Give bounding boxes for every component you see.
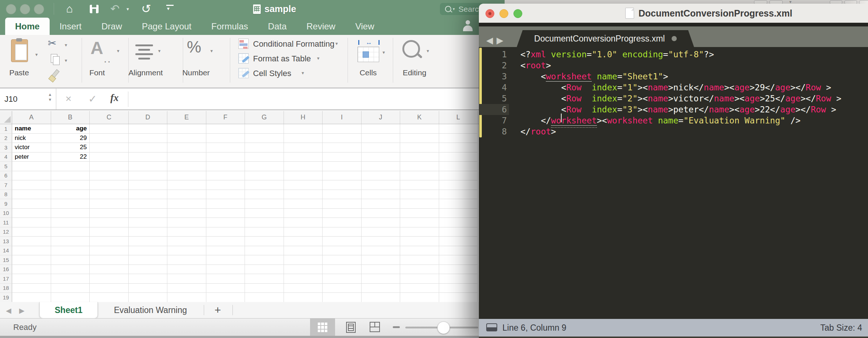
cell-H8[interactable] [284,190,323,199]
row-header-14[interactable]: 14 [0,246,12,256]
cell-K2[interactable] [400,134,439,143]
cell-K3[interactable] [400,143,439,152]
ribbon-tab-draw[interactable]: Draw [92,18,132,35]
cell-B10[interactable] [51,209,90,218]
cell-H15[interactable] [284,255,323,265]
cell-D8[interactable] [129,190,168,199]
cell-C10[interactable] [90,209,129,218]
file-tab[interactable]: DocumentConversionProgress.xml [517,30,694,47]
row-header-17[interactable]: 17 [0,274,12,284]
normal-view-icon[interactable] [318,323,327,332]
cell-E18[interactable] [167,284,206,293]
col-header-K[interactable]: K [400,111,439,124]
cell-B16[interactable] [51,265,90,274]
cell-G4[interactable] [245,152,284,162]
col-header-E[interactable]: E [167,111,206,124]
cell-L4[interactable] [439,152,478,162]
cell-A15[interactable] [12,255,51,265]
row-header-13[interactable]: 13 [0,237,12,246]
cell-J18[interactable] [362,284,401,293]
format-as-table-icon[interactable] [238,53,249,64]
cell-F1[interactable] [206,124,245,134]
cell-H12[interactable] [284,227,323,237]
col-header-A[interactable]: A [12,111,51,124]
cell-H7[interactable] [284,180,323,190]
cell-A12[interactable] [12,227,51,237]
nav-forward-icon[interactable]: ▶ [497,35,503,46]
cell-K6[interactable] [400,171,439,181]
cell-J17[interactable] [362,274,401,284]
cell-B2[interactable]: 29 [51,134,90,143]
cell-J8[interactable] [362,190,401,199]
row-header-12[interactable]: 12 [0,227,12,237]
cells-icon[interactable]: ↔ [357,40,379,64]
cell-I5[interactable] [323,162,362,171]
cell-C13[interactable] [90,237,129,246]
cell-G8[interactable] [245,190,284,199]
cut-icon[interactable]: ✂ [48,37,56,49]
cell-K9[interactable] [400,199,439,209]
code-line-1[interactable]: <?xml version="1.0" encoding="utf-8"?> [520,49,868,60]
panel-toggle-icon[interactable] [486,323,497,331]
cell-E6[interactable] [167,171,206,181]
cell-I10[interactable] [323,209,362,218]
cell-I18[interactable] [323,284,362,293]
col-header-L[interactable]: L [439,111,478,124]
cell-F5[interactable] [206,162,245,171]
cell-A17[interactable] [12,274,51,284]
row-header-1[interactable]: 1 [0,124,12,134]
cell-D16[interactable] [129,265,168,274]
cell-J7[interactable] [362,180,401,190]
formula-input[interactable] [129,89,483,109]
cell-E16[interactable] [167,265,206,274]
cell-C5[interactable] [90,162,129,171]
col-header-D[interactable]: D [129,111,168,124]
code-line-7[interactable]: </worksheet><worksheet name="Evaluation … [520,115,868,126]
cell-L17[interactable] [439,274,478,284]
code-line-5[interactable]: <Row index="2"><name>victor</name><age>2… [520,93,868,104]
cell-H13[interactable] [284,237,323,246]
cell-F3[interactable] [206,143,245,152]
cell-G1[interactable] [245,124,284,134]
cell-G2[interactable] [245,134,284,143]
zoom-button[interactable] [34,4,44,14]
undo-dropdown-caret[interactable]: ▾ [127,6,129,12]
cell-H14[interactable] [284,246,323,256]
cell-H16[interactable] [284,265,323,274]
cell-H6[interactable] [284,171,323,181]
cell-D14[interactable] [129,246,168,256]
cell-K14[interactable] [400,246,439,256]
cell-C3[interactable] [90,143,129,152]
cell-B5[interactable] [51,162,90,171]
cell-H10[interactable] [284,209,323,218]
ribbon-tab-insert[interactable]: Insert [50,18,92,35]
cell-G3[interactable] [245,143,284,152]
cell-G15[interactable] [245,255,284,265]
line-number-5[interactable]: 5 [482,93,507,104]
cell-D12[interactable] [129,227,168,237]
cell-L15[interactable] [439,255,478,265]
cell-B4[interactable]: 22 [51,152,90,162]
cell-D2[interactable] [129,134,168,143]
cell-E19[interactable] [167,293,206,302]
cell-L19[interactable] [439,293,478,302]
spreadsheet-grid[interactable]: 1nameage2nick293victor254peter2256789101… [0,124,483,302]
cell-D15[interactable] [129,255,168,265]
cell-E4[interactable] [167,152,206,162]
number-dropdown-caret[interactable]: ▾ [210,48,213,54]
cell-C9[interactable] [90,199,129,209]
cell-K17[interactable] [400,274,439,284]
cell-J19[interactable] [362,293,401,302]
cell-J9[interactable] [362,199,401,209]
alignment-icon[interactable] [134,44,154,60]
cell-J10[interactable] [362,209,401,218]
cell-I11[interactable] [323,218,362,227]
cell-L3[interactable] [439,143,478,152]
cell-H11[interactable] [284,218,323,227]
cells-dropdown-caret[interactable]: ▾ [383,50,385,55]
ribbon-tab-data[interactable]: Data [258,18,297,35]
cell-D4[interactable] [129,152,168,162]
cell-E15[interactable] [167,255,206,265]
row-header-6[interactable]: 6 [0,171,12,181]
line-number-gutter[interactable]: 12345678 [482,49,507,137]
